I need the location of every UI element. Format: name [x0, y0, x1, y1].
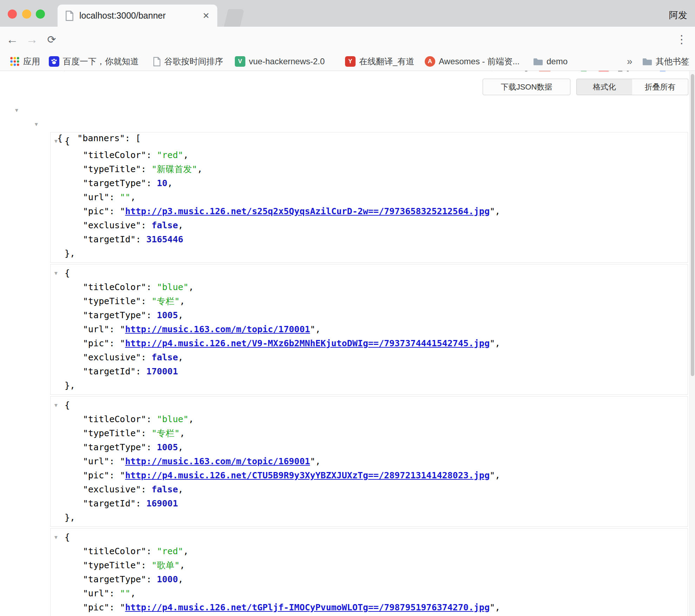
json-url-link[interactable]: http://p4.music.126.net/V9-MXz6b2MNhEKju…: [125, 338, 490, 348]
json-token: :: [109, 192, 120, 202]
reload-icon[interactable]: ⟳: [44, 27, 60, 52]
json-token: ,: [315, 456, 320, 466]
json-line: "exclusive": false,: [51, 615, 688, 616]
json-key: "exclusive": [83, 352, 141, 362]
minimize-window-button[interactable]: [22, 9, 31, 19]
json-line: ▼{: [51, 266, 688, 280]
collapse-toggle-icon[interactable]: ▼: [14, 103, 19, 117]
bookmark-baidu[interactable]: 百度一下，你就知道: [49, 52, 139, 71]
page-favicon-icon: [65, 11, 74, 21]
json-line: "pic": "http://p3.music.126.net/s25q2x5Q…: [51, 204, 688, 218]
folder-icon: [642, 58, 652, 66]
scrollbar-track[interactable]: [689, 71, 695, 616]
collapse-toggle-icon[interactable]: ▼: [34, 117, 39, 131]
json-token: :: [146, 310, 157, 320]
collapse-toggle-icon[interactable]: ▼: [53, 134, 59, 148]
bookmarks-bar: 应用 百度一下，你就知道 谷歌按时间排序 V vue-hackernews-2.…: [0, 52, 695, 71]
close-window-button[interactable]: [8, 9, 17, 19]
json-line: "targetType": 1005,: [51, 440, 688, 454]
browser-tab[interactable]: localhost:3000/banner ✕: [58, 5, 217, 27]
json-line: "titleColor": "blue",: [51, 280, 688, 294]
back-icon[interactable]: ←: [4, 27, 20, 52]
json-line: "targetId": 169001: [51, 497, 688, 511]
json-token: :: [136, 498, 146, 509]
json-line: "exclusive": false,: [51, 483, 688, 497]
json-token: ": [490, 206, 495, 216]
json-token: :: [141, 428, 152, 438]
json-token: ,: [183, 150, 188, 160]
bookmark-apps[interactable]: 应用: [10, 52, 40, 71]
json-key: "pic": [83, 602, 109, 612]
json-key: "typeTitle": [83, 560, 141, 570]
json-token: ,: [178, 574, 183, 584]
json-boolean: false: [152, 484, 178, 494]
json-line: "exclusive": false,: [51, 350, 688, 365]
vue-icon: V: [235, 56, 245, 67]
title-bar: localhost:3000/banner ✕ 阿发: [0, 0, 695, 27]
json-key: "targetType": [83, 442, 146, 452]
browser-profile-name: 阿发: [669, 9, 687, 21]
json-key: "typeTitle": [83, 428, 141, 438]
tab-close-icon[interactable]: ✕: [203, 11, 210, 21]
json-url-link[interactable]: http://p3.music.126.net/s25q2x5QyqsAzilC…: [125, 206, 490, 216]
collapse-all-button[interactable]: 折叠所有: [632, 79, 688, 95]
bookmark-folder-demo[interactable]: demo: [533, 52, 568, 71]
json-line: "typeTitle": "专栏",: [51, 294, 688, 308]
browser-menu-icon[interactable]: ⋮: [675, 27, 689, 52]
json-token: {: [65, 136, 70, 146]
bookmark-vue-hackernews[interactable]: V vue-hackernews-2.0: [235, 52, 325, 71]
bookmark-label: 应用: [23, 56, 40, 67]
download-json-button[interactable]: 下载JSON数据: [483, 79, 570, 95]
collapse-toggle-icon[interactable]: ▼: [53, 266, 59, 280]
json-line: "pic": "http://p4.music.126.net/tGPljf-I…: [51, 601, 688, 615]
bookmarks-overflow-icon[interactable]: »: [627, 52, 633, 71]
json-token: ,: [180, 296, 185, 306]
json-key: "url": [83, 456, 109, 466]
json-token: :: [109, 338, 120, 348]
json-key: "targetType": [83, 178, 146, 188]
json-number: 1000: [157, 574, 178, 584]
json-token: :: [141, 164, 152, 174]
json-token: :: [146, 150, 157, 160]
scrollbar-thumb[interactable]: [691, 74, 694, 376]
json-line: "typeTitle": "新碟首发",: [51, 162, 688, 176]
json-url-link[interactable]: http://music.163.com/m/topic/170001: [125, 324, 310, 334]
bookmark-youdao-translate[interactable]: Y 在线翻译_有道: [345, 52, 414, 71]
bookmark-other-bookmarks[interactable]: 其他书签: [642, 52, 689, 71]
json-token: ,: [495, 602, 500, 612]
json-object-box: ▼{"titleColor": "blue","typeTitle": "专栏"…: [50, 396, 688, 527]
json-line: "exclusive": false,: [51, 218, 688, 232]
json-key: "typeTitle": [83, 164, 141, 174]
new-tab-button[interactable]: [224, 9, 244, 27]
json-token: ": [490, 470, 495, 480]
format-json-button[interactable]: 格式化: [576, 79, 633, 95]
json-token: ": [120, 338, 125, 348]
bookmark-awesomes[interactable]: A Awesomes - 前端资...: [425, 52, 519, 71]
json-line: ▼ {: [0, 103, 689, 117]
json-token: ": [490, 338, 495, 348]
bookmark-google-sort[interactable]: 谷歌按时间排序: [153, 52, 223, 71]
maximize-window-button[interactable]: [36, 9, 45, 19]
json-token: ,: [167, 178, 173, 188]
json-line: "titleColor": "red",: [51, 544, 688, 558]
json-number: 1005: [157, 310, 178, 320]
json-line: ▼{: [51, 134, 688, 148]
json-token: ,: [180, 560, 185, 570]
json-url-link[interactable]: http://music.163.com/m/topic/169001: [125, 456, 310, 466]
json-url-link[interactable]: http://p4.music.126.net/CTU5B9R9y3XyYBZX…: [125, 470, 490, 480]
collapse-toggle-icon[interactable]: ▼: [53, 530, 59, 544]
folder-icon: [533, 58, 543, 66]
json-line: "titleColor": "blue",: [51, 412, 688, 426]
json-url-link[interactable]: http://p4.music.126.net/tGPljf-IMOCyPvum…: [125, 602, 490, 612]
json-number: 169001: [146, 498, 178, 509]
json-number: 10: [157, 178, 167, 188]
collapse-toggle-icon[interactable]: ▼: [53, 398, 59, 412]
json-boolean: false: [152, 220, 178, 230]
json-token: ,: [197, 164, 203, 174]
json-line: ▼{: [51, 530, 688, 544]
page-icon: [153, 57, 161, 66]
bookmark-label: 谷歌按时间排序: [164, 56, 223, 67]
json-key: "targetId": [83, 366, 136, 376]
json-token: ": [120, 206, 125, 216]
json-key: "pic": [83, 338, 109, 348]
